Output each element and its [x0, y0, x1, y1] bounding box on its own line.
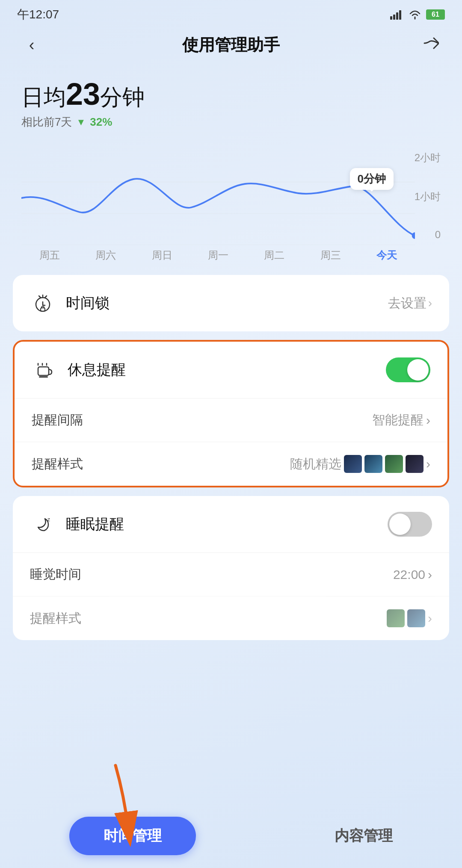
svg-point-7: [412, 232, 415, 239]
svg-rect-14: [39, 376, 48, 378]
wake-thumb-1: [387, 609, 405, 627]
sleep-reminder-card: z 睡眠提醒 睡觉时间 22:00 › 提醒样式 ›: [13, 496, 449, 640]
break-reminder-row[interactable]: 休息提醒: [15, 342, 447, 398]
status-bar: 午12:07 61: [0, 0, 462, 26]
sleep-icon: z: [30, 511, 56, 537]
sleep-time-label: 睡觉时间: [30, 566, 393, 583]
reminder-interval-row[interactable]: 提醒间隔 智能提醒 ›: [15, 398, 447, 442]
style-thumbnails: [344, 455, 424, 473]
sleep-reminder-toggle[interactable]: [388, 512, 432, 537]
signal-icon: [390, 9, 404, 20]
time-lock-label: 时间锁: [66, 293, 388, 313]
x-label-mon: 周一: [208, 248, 228, 262]
y-label-0: 0: [415, 229, 441, 241]
stats-compare: 相比前7天 ▼ 32%: [21, 115, 441, 130]
back-button[interactable]: ‹: [19, 36, 44, 54]
sleep-reminder-row[interactable]: z 睡眠提醒: [13, 496, 449, 552]
y-label-1h: 1小时: [415, 190, 441, 204]
chart-line: [21, 151, 415, 245]
break-reminder-card: 休息提醒 提醒间隔 智能提醒 › 提醒样式 随机精选: [13, 340, 449, 487]
status-icons: 61: [390, 9, 445, 20]
wifi-icon: [408, 9, 422, 20]
time-lock-icon: [30, 290, 56, 316]
svg-rect-10: [38, 367, 49, 375]
svg-text:z: z: [47, 517, 50, 523]
x-label-fri: 周五: [39, 248, 60, 262]
svg-rect-3: [399, 10, 401, 20]
share-button[interactable]: [418, 35, 443, 56]
annotation-arrow: [98, 761, 150, 848]
compare-label: 相比前7天: [21, 115, 72, 130]
battery-icon: 61: [426, 9, 445, 20]
svg-rect-2: [396, 12, 398, 20]
break-reminder-toggle[interactable]: [386, 357, 430, 382]
style-thumb-4: [406, 455, 424, 473]
avg-prefix: 日均: [21, 85, 66, 109]
avg-duration: 日均23分钟: [21, 77, 441, 111]
content-management-tab[interactable]: 内容管理: [335, 826, 393, 846]
compare-arrow-icon: ▼: [76, 117, 86, 128]
toggle-knob: [407, 359, 429, 381]
wake-style-row[interactable]: 提醒样式 ›: [13, 596, 449, 640]
page-title: 使用管理助手: [44, 34, 418, 56]
time-lock-card: 时间锁 去设置 ›: [13, 275, 449, 331]
svg-rect-0: [390, 16, 392, 20]
chart-x-labels: 周五 周六 周日 周一 周二 周三 今天: [21, 248, 415, 262]
settings-cards: 时间锁 去设置 › 休息提醒: [0, 266, 462, 649]
time-lock-action[interactable]: 去设置 ›: [388, 295, 432, 312]
time-lock-chevron: ›: [428, 296, 432, 310]
sleep-time-value: 22:00 ›: [393, 567, 432, 582]
break-reminder-icon: [32, 357, 57, 383]
x-label-tue: 周二: [264, 248, 284, 262]
x-label-wed: 周三: [320, 248, 341, 262]
style-thumb-2: [364, 455, 382, 473]
sleep-toggle-knob: [389, 514, 411, 535]
style-thumb-1: [344, 455, 362, 473]
reminder-style-row[interactable]: 提醒样式 随机精选 ›: [15, 442, 447, 486]
reminder-style-label: 提醒样式: [32, 455, 290, 473]
usage-chart: 2小时 1小时 0 0分钟 周五 周六 周日 周一 周二 周三 今天: [21, 151, 441, 262]
break-reminder-label: 休息提醒: [68, 360, 386, 380]
status-time: 午12:07: [17, 6, 59, 23]
chart-tooltip: 0分钟: [350, 168, 394, 190]
x-label-sat: 周六: [95, 248, 116, 262]
avg-value: 23: [66, 77, 100, 111]
y-label-2h: 2小时: [415, 151, 441, 165]
chart-y-labels: 2小时 1小时 0: [415, 151, 441, 262]
bottom-navigation: 时间管理 内容管理: [0, 808, 462, 868]
app-header: ‹ 使用管理助手: [0, 26, 462, 60]
stats-section: 日均23分钟 相比前7天 ▼ 32%: [0, 60, 462, 138]
sleep-time-row[interactable]: 睡觉时间 22:00 ›: [13, 552, 449, 596]
wake-style-label: 提醒样式: [30, 610, 387, 627]
reminder-interval-label: 提醒间隔: [32, 411, 372, 429]
avg-suffix: 分钟: [100, 85, 145, 109]
wake-style-thumbnails: [387, 609, 425, 627]
reminder-style-value: 随机精选 ›: [290, 455, 430, 473]
sleep-reminder-label: 睡眠提醒: [66, 514, 388, 534]
svg-rect-1: [393, 15, 395, 20]
reminder-interval-value: 智能提醒 ›: [372, 411, 430, 429]
compare-pct: 32%: [90, 115, 112, 129]
wake-thumb-2: [407, 609, 425, 627]
x-label-sun: 周日: [152, 248, 172, 262]
style-thumb-3: [385, 455, 403, 473]
x-label-today: 今天: [376, 248, 397, 262]
time-lock-row[interactable]: 时间锁 去设置 ›: [13, 275, 449, 331]
wake-style-value: ›: [387, 609, 432, 627]
